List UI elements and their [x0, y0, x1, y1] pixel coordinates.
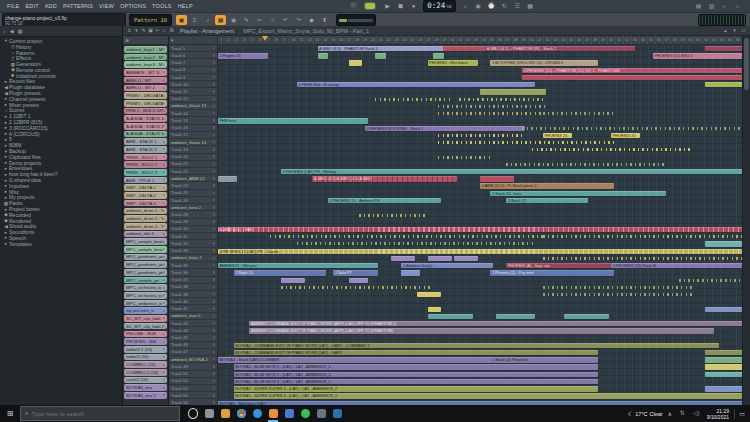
browser-item[interactable]: ▸Templates [0, 241, 122, 247]
timeline-ruler[interactable]: 1234567891011121314151617181920212223242… [218, 36, 742, 45]
pattern-selector[interactable]: Pattern 20 [129, 14, 172, 26]
picker-item[interactable]: ambient_keys2 - MT▸ [124, 54, 167, 61]
track-header[interactable]: Track 31 [169, 233, 217, 240]
pattern-clip[interactable] [459, 98, 546, 101]
track-header[interactable]: ambient_BOYKA 2 [169, 356, 217, 363]
track-mute-dot[interactable] [213, 47, 216, 50]
picker-item[interactable]: PHNX - SOLO 3▸ [124, 169, 167, 176]
pattern-clip[interactable]: PHOENIX - Wet boost [428, 60, 478, 65]
track-header[interactable]: Track 15 [169, 117, 217, 124]
track-header[interactable]: Track 29 [169, 219, 217, 226]
piano-roll-icon[interactable]: ♪ [202, 15, 213, 26]
track-header[interactable]: ambient_AMB (2) [169, 175, 217, 182]
track-header[interactable]: Track 24 [169, 182, 217, 189]
pattern-clip[interactable] [359, 214, 425, 217]
track-header[interactable]: Track 32 [169, 240, 217, 247]
track-mute-dot[interactable] [213, 192, 216, 195]
pattern-clip[interactable]: PHOENIX 20 [543, 133, 572, 138]
pattern-clip[interactable] [532, 169, 742, 174]
pattern-clip[interactable]: BOYKA1 - Stack (LAY) 1 LUMBER [218, 357, 493, 362]
cortana-icon[interactable] [188, 409, 198, 419]
track-header[interactable]: Track 50 [169, 371, 217, 378]
channel-rack-icon[interactable]: ≡ [189, 15, 200, 26]
picker-item[interactable]: PRIMO - DELGATA 2▸ [124, 100, 167, 107]
pattern-clip[interactable] [318, 53, 329, 58]
track-header[interactable]: Track 7 [169, 59, 217, 66]
track-mute-dot[interactable] [213, 380, 216, 383]
stop-button[interactable]: ◼ [395, 1, 406, 12]
track-mute-dot[interactable] [213, 177, 216, 180]
track-header[interactable]: Track 10 [169, 81, 217, 88]
pattern-clip[interactable]: A-MBO (4.5) + PHANTOM (W) - Stack 2 [485, 46, 635, 51]
pattern-clip[interactable]: J-Night 15 [234, 270, 326, 275]
picker-item[interactable]: PHNX - SOLO 1▸ [124, 154, 167, 161]
file-explorer-icon[interactable] [220, 409, 230, 419]
song-mode-icon[interactable]: ◉ [473, 1, 484, 12]
track-mute-dot[interactable] [213, 307, 216, 310]
app-icon[interactable] [316, 409, 326, 419]
picker-item[interactable]: MPC_sample_beat▸ [124, 238, 167, 245]
menu-edit[interactable]: EDIT [22, 3, 41, 9]
picker-item[interactable]: MPC_pandemic_pn 3▸ [124, 269, 167, 276]
track-header[interactable]: Track 52 [169, 385, 217, 392]
picker-item[interactable]: ambient_drum 2 - TL▸ [124, 215, 167, 222]
pattern-clip[interactable]: BOYKA1 - SUPER DUPER 3 - (LAY) - LAY - A… [234, 386, 599, 391]
pattern-clip[interactable] [574, 75, 629, 80]
photos-icon[interactable] [284, 409, 294, 419]
track-mute-dot[interactable] [213, 257, 216, 260]
menu-view[interactable]: VIEW [96, 3, 117, 9]
track-header[interactable]: Track 38 [169, 284, 217, 291]
picker-item[interactable]: ambient_drum 1 - TL▸ [124, 208, 167, 215]
network-icon[interactable]: ⇅ [677, 408, 688, 419]
action-center-icon[interactable]: ▭ [734, 409, 746, 419]
track-mute-dot[interactable] [213, 315, 216, 318]
track-mute-dot[interactable] [213, 163, 216, 166]
browser-search-icon[interactable]: ⌕ [3, 26, 6, 37]
pattern-clip[interactable]: J-Stack (2) [506, 198, 588, 203]
pattern-clip[interactable] [375, 98, 451, 101]
pattern-clip[interactable]: A-MBO (4.5) - PHANTOM Stack 1 [318, 46, 447, 51]
picker-item[interactable]: BOYKA1_mix 2▸ [124, 392, 167, 399]
home-icon[interactable]: ⌂ [732, 1, 743, 12]
track-header[interactable]: ambient_wav 2 [169, 313, 217, 320]
pattern-clip[interactable] [281, 286, 431, 289]
pattern-clip[interactable] [349, 278, 368, 283]
pattern-clip[interactable] [454, 256, 478, 261]
track-mute-dot[interactable] [213, 242, 216, 245]
paint-tool-icon[interactable]: ▣ [147, 26, 154, 35]
pattern-clip[interactable] [297, 242, 536, 245]
track-header[interactable]: ambient_keys 2 [169, 255, 217, 262]
pattern-clip[interactable] [705, 350, 742, 355]
pattern-clip[interactable] [627, 75, 682, 80]
pattern-clip[interactable] [543, 112, 614, 115]
edge-icon[interactable] [252, 409, 262, 419]
track-mute-dot[interactable] [213, 76, 216, 79]
track-mute-dot[interactable] [213, 119, 216, 122]
picker-item[interactable]: PHLOBE - SUB▸ [124, 331, 167, 338]
track-collapse-icon[interactable]: ▾ [171, 36, 174, 44]
app-icon[interactable] [332, 409, 342, 419]
pattern-clip[interactable]: J-Solo PT [333, 270, 378, 275]
track-header[interactable]: Track 20 [169, 154, 217, 161]
track-header[interactable]: Track 45 [169, 334, 217, 341]
slice-tool-icon[interactable]: ✂ [154, 26, 161, 35]
track-mute-dot[interactable] [213, 54, 216, 57]
picker-item[interactable]: AMB - STACK 2▸ [124, 146, 167, 153]
track-header[interactable]: Track 53 [169, 392, 217, 399]
record-button[interactable]: ● [408, 1, 419, 12]
pattern-clip[interactable] [705, 307, 742, 312]
pattern-clip[interactable] [443, 46, 488, 51]
track-mute-dot[interactable] [213, 329, 216, 332]
track-mute-dot[interactable] [213, 98, 216, 101]
weather-widget[interactable]: ☾ 17°C Clear [628, 410, 663, 417]
pattern-clip[interactable]: J-PHOENIX (15) Stack B [611, 263, 742, 268]
track-mute-dot[interactable] [213, 286, 216, 289]
pattern-clip[interactable] [349, 60, 362, 65]
picker-item[interactable]: SMP - DELTA 1▸ [124, 184, 167, 191]
pattern-clip[interactable] [543, 286, 693, 289]
track-header[interactable]: Track 41 [169, 305, 217, 312]
menu-help[interactable]: HELP [175, 3, 196, 9]
pattern-clip[interactable]: BOYKA1 - COMMAND EXIT OF PIANO WORK (LAY… [234, 343, 719, 348]
picker-item[interactable]: AMELLI - MT 2▸ [124, 85, 167, 92]
picker-item[interactable]: AMB - STACK 1▸ [124, 138, 167, 145]
